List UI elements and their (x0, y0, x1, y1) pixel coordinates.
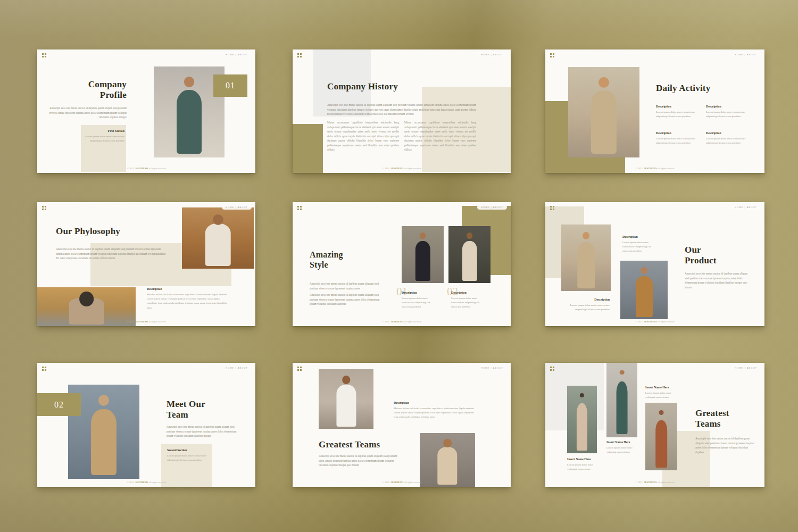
template-preview-canvas: { "shared": { "nav_label": "HOME | ABOUT… (0, 0, 798, 532)
brand-logo-icon (550, 53, 555, 58)
nav-home-about[interactable]: HOME | ABOUT (477, 205, 507, 210)
description-heading: Description (656, 105, 699, 109)
nav-home-about[interactable]: HOME | ABOUT (222, 205, 252, 210)
slide-our-product[interactable]: HOME | ABOUT Description Lorem ipsum dol… (545, 202, 764, 326)
slide-daily-activity[interactable]: HOME | ABOUT Daily Activity Description … (545, 49, 764, 173)
brand-logo-icon (41, 205, 47, 211)
slide-footer: © 2021AESTHENOall rights reserved (293, 320, 511, 323)
member-text: Lorem ipsum dolor amet volumpat consecte… (567, 463, 601, 472)
footer-brand: AESTHENO (135, 481, 148, 484)
member-name-block: Insert Name Here Lorem ipsum dolor amet … (567, 458, 601, 471)
slide-our-phylosophy[interactable]: HOME | ABOUT Our Phylosophy Anuscipit er… (37, 202, 255, 326)
description-text: Lorem ipsum dolor amet consectetuer adip… (656, 110, 699, 119)
section-number: 01 (226, 81, 235, 90)
footer-rights: all rights reserved (149, 320, 165, 323)
footer-brand: AESTHENO (390, 481, 403, 484)
description-text: Maiores dolores deleniti recusandae expe… (394, 406, 475, 420)
nav-home-about[interactable]: HOME | ABOUT (731, 52, 761, 57)
slide-title-line: Our (685, 245, 759, 255)
slide-company-profile[interactable]: HOME | ABOUT 01 Company Profile Anuscipi… (37, 49, 255, 173)
footer-copyright: © 2021 (127, 167, 134, 170)
slide-amazing-style[interactable]: HOME | ABOUT Amazing Style Anuscipit ero… (293, 202, 511, 326)
slide-title-line: Team (167, 410, 246, 420)
footer-rights: all rights reserved (404, 167, 421, 170)
decor-olive-box (293, 124, 323, 173)
slide-title: Our Phylosophy (56, 226, 173, 237)
description-block: Description Lorem ipsum dolor amet conse… (622, 235, 658, 254)
body-paragraph-1: Anuscipit eros iste metus auctor id dapi… (310, 281, 383, 290)
brand-logo-icon (297, 205, 302, 211)
member-name-block: Insert Name Here Lorem ipsum dolor amet … (606, 440, 641, 454)
slide-title-line: Daily Activity (656, 83, 757, 94)
slide-title-line: Greatest (695, 408, 759, 419)
brand-logo-icon (297, 366, 302, 371)
brand-logo-icon (41, 53, 47, 58)
footer-copyright: © 2021 (635, 481, 642, 484)
intro-text: Anuscipit eros iste metus auctor id dapi… (56, 247, 169, 261)
nav-home-about[interactable]: HOME | ABOUT (731, 365, 761, 370)
footer-brand: AESTHENO (135, 167, 148, 170)
photo-member-striped (567, 386, 597, 453)
footer-rights: all rights reserved (404, 481, 421, 484)
description-heading: Description (706, 131, 749, 136)
footer-rights: all rights reserved (658, 167, 674, 170)
footer-rights: all rights reserved (149, 481, 165, 484)
description-block: Description Lorem ipsum dolor amet conse… (402, 291, 436, 310)
member-name: Insert Name Here (567, 458, 601, 462)
description-heading: Description (402, 291, 436, 295)
slide-title: Company History (327, 81, 487, 92)
section-number-badge: 02 (37, 393, 81, 416)
section-text: Lorem ipsum dolor amet consectetuer adip… (167, 454, 207, 463)
photo-woman-ruins (568, 67, 639, 157)
description-heading: Description (147, 287, 228, 292)
footer-rights: all rights reserved (404, 320, 421, 323)
slide-footer: © 2021AESTHENOall rights reserved (293, 167, 511, 170)
slide-meet-our-team[interactable]: 02 HOME | ABOUT Meet Our Team Anuscipit … (37, 363, 255, 487)
slide-title-line: Product (685, 255, 759, 266)
body-paragraph-2: Anuscipit eros iste metus auctor id dapi… (310, 293, 383, 306)
footer-copyright: © 2021 (382, 320, 389, 323)
nav-home-about[interactable]: HOME | ABOUT (222, 52, 252, 57)
intro-text: Anuscipit eros iste metus auctor id dapi… (167, 425, 240, 438)
description-block: Description Maiores dolores deleniti rec… (147, 287, 228, 310)
photo-product-ruins (561, 225, 611, 291)
slide-title: Daily Activity (656, 83, 757, 94)
slide-title-line: Our Phylosophy (56, 226, 173, 237)
slide-title: Amazing Style (310, 250, 389, 270)
footer-rights: all rights reserved (658, 320, 674, 323)
nav-home-about[interactable]: HOME | ABOUT (477, 365, 507, 370)
nav-home-about[interactable]: HOME | ABOUT (222, 365, 252, 370)
photo-member-paisley (645, 403, 677, 470)
photo-two-models (182, 207, 254, 269)
photo-style-steps (402, 226, 444, 283)
description-block: Description Lorem ipsum dolor amet conse… (706, 105, 749, 119)
member-name: Insert Name Here (645, 386, 679, 390)
slide-footer: © 2021AESTHENOall rights reserved (545, 320, 764, 323)
photo-member-teal (606, 363, 637, 437)
slide-greatest-teams-grid[interactable]: HOME | ABOUT Insert Name Here Lorem ipsu… (545, 363, 764, 487)
nav-home-about[interactable]: HOME | ABOUT (477, 52, 507, 57)
slide-title-line: Company History (327, 81, 487, 92)
slide-greatest-teams[interactable]: HOME | ABOUT Description Maiores dolores… (293, 363, 511, 487)
footer-brand: AESTHENO (390, 167, 403, 170)
description-text: Maiores dolores deleniti recusandae expe… (147, 293, 228, 310)
description-heading: Description (706, 105, 749, 109)
section-heading: Second Section (167, 448, 207, 453)
footer-brand: AESTHENO (135, 320, 148, 323)
footer-copyright: © 2021 (127, 320, 134, 323)
slide-title-line: Greatest Teams (319, 439, 436, 450)
brand-logo-icon (297, 53, 302, 58)
nav-home-about[interactable]: HOME | ABOUT (731, 205, 761, 210)
slide-company-history[interactable]: HOME | ABOUT Company History Anuscipit e… (293, 49, 511, 173)
slide-title: Our Product (685, 245, 759, 266)
footer-copyright: © 2021 (635, 167, 642, 170)
footer-brand: AESTHENO (390, 320, 403, 323)
body-column-1: Minus accusamus cupiditate temporibus re… (327, 120, 399, 152)
description-text: Lorem ipsum dolor amet consectetuer adip… (656, 137, 699, 146)
brand-logo-icon (550, 205, 555, 211)
description-block: Description Maiores dolores deleniti rec… (394, 401, 475, 420)
slide-title: Meet Our Team (167, 399, 246, 420)
section-number-badge: 01 (213, 74, 247, 97)
slide-title-line: Meet Our (167, 399, 246, 410)
description-block: Description Lorem ipsum dolor amet conse… (451, 291, 485, 310)
